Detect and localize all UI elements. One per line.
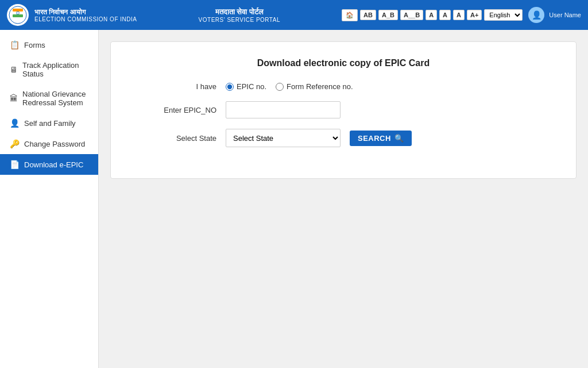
state-control: Select State Andhra Pradesh Arunachal Pr… [226,129,412,147]
avatar: 👤 [528,7,544,23]
svg-rect-5 [13,14,23,17]
sidebar-item-grievance[interactable]: 🏛 National Grievance Redressal System [0,84,98,113]
epic-no-text: EPIC no. [237,82,266,91]
epic-no-control [226,101,341,118]
portal-english: VOTERS' SERVICE PORTAL [199,17,280,23]
user-name: User Name [549,12,581,18]
epic-no-radio[interactable] [226,83,234,91]
sidebar-item-change-password-label: Change Password [24,140,85,148]
font-aplus-button[interactable]: A+ [467,10,482,20]
header-org: भारत निर्वाचन आयोग ELECTION COMMISSION O… [34,8,137,22]
search-btn-label: SEARCH [358,134,391,143]
form-ref-text: Form Reference no. [287,82,353,91]
font-a-b-button[interactable]: A_B [378,10,398,20]
sidebar-item-change-password[interactable]: 🔑 Change Password [0,133,98,154]
sidebar-item-forms-label: Forms [24,41,45,49]
search-button[interactable]: SEARCH 🔍 [350,131,412,146]
change-password-icon: 🔑 [10,139,20,148]
form-ref-radio[interactable] [276,83,284,91]
track-icon: 🖥 [10,65,18,74]
layout: 📋 Forms 🖥 Track Application Status 🏛 Nat… [0,30,588,368]
header-center: मतदाता सेवा पोर्टल VOTERS' SERVICE PORTA… [199,7,280,23]
sidebar-item-grievance-label: National Grievance Redressal System [22,90,90,107]
epic-card: Download electronic copy of EPIC Card I … [110,41,577,179]
sidebar: 📋 Forms 🖥 Track Application Status 🏛 Nat… [0,30,99,368]
search-icon: 🔍 [394,134,404,143]
enter-epic-label: Enter EPIC_NO [134,106,226,114]
home-button[interactable]: 🏠 [342,9,358,21]
sidebar-item-forms[interactable]: 📋 Forms [0,34,98,55]
sidebar-item-track-label: Track Application Status [22,61,90,78]
sidebar-item-download-epic[interactable]: 📄 Download e-EPIC [0,154,98,175]
form-ref-radio-label[interactable]: Form Reference no. [276,82,353,91]
sidebar-item-track[interactable]: 🖥 Track Application Status [0,55,98,84]
font-ab-button[interactable]: AB [360,10,376,20]
grievance-icon: 🏛 [10,94,18,103]
sidebar-item-self-family[interactable]: 👤 Self and Family [0,113,98,133]
org-hindi: भारत निर्वाचन आयोग [34,8,137,16]
font-a--b-button[interactable]: A__B [400,10,423,20]
language-select[interactable]: English हिन्दी [484,9,523,21]
font-a-button[interactable]: A [425,10,437,20]
sidebar-item-download-epic-label: Download e-EPIC [24,160,83,169]
i-have-row: I have EPIC no. Form Reference no. [134,82,553,91]
download-epic-icon: 📄 [10,160,20,169]
select-state-row: Select State Select State Andhra Pradesh… [134,129,553,147]
i-have-label: I have [134,82,226,91]
svg-point-7 [18,13,18,13]
eci-logo-icon [7,4,29,26]
portal-hindi: मतदाता सेवा पोर्टल [199,7,280,17]
i-have-radio-group: EPIC no. Form Reference no. [226,82,353,91]
epic-no-row: Enter EPIC_NO [134,101,553,118]
header-right: 🏠 AB A_B A__B A A A A+ English हिन्दी 👤 … [342,7,581,23]
epic-no-radio-label[interactable]: EPIC no. [226,82,266,91]
state-select[interactable]: Select State Andhra Pradesh Arunachal Pr… [226,129,341,147]
header: भारत निर्वाचन आयोग ELECTION COMMISSION O… [0,0,588,30]
font-a3-button[interactable]: A [453,10,465,20]
header-left: भारत निर्वाचन आयोग ELECTION COMMISSION O… [7,4,137,26]
forms-icon: 📋 [10,40,20,49]
card-title: Download electronic copy of EPIC Card [134,58,553,68]
self-family-icon: 👤 [10,118,20,128]
main-content: Download electronic copy of EPIC Card I … [99,30,588,368]
sidebar-item-self-family-label: Self and Family [24,119,76,128]
select-state-label: Select State [134,134,226,143]
epic-no-input[interactable] [226,101,341,118]
org-english: ELECTION COMMISSION OF INDIA [34,16,137,22]
svg-rect-3 [13,9,23,12]
font-a2-button[interactable]: A [439,10,451,20]
